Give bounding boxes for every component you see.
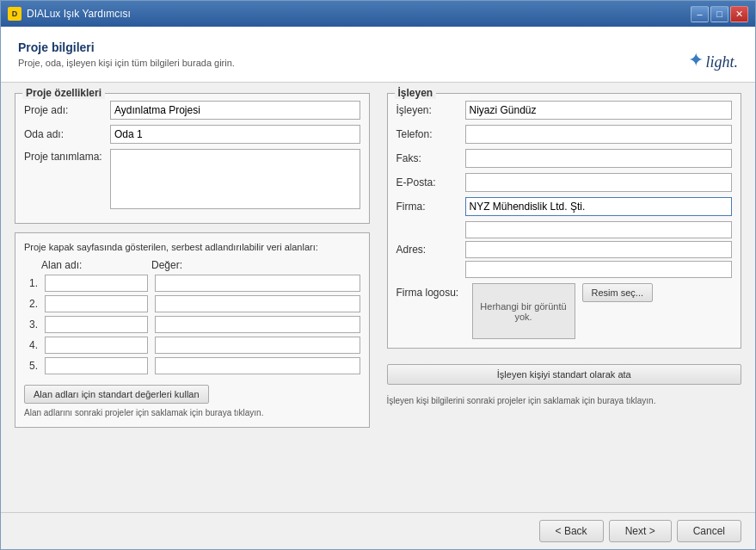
std-values-button[interactable]: Alan adları için standart değerleri kull… (24, 385, 209, 404)
close-button[interactable]: ✕ (730, 6, 748, 22)
fields-headers: Alan adı: Değer: (24, 259, 360, 271)
isleyen-group: İşleyen İşleyen: Telefon: Faks: E-Posta: (387, 93, 742, 349)
footer: < Back Next > Cancel (1, 512, 755, 549)
field-num-5: 5. (24, 360, 38, 372)
isleyen-row: İşleyen: (396, 101, 733, 120)
field-num-1: 1. (24, 277, 38, 289)
field-row-4: 4. (24, 337, 360, 354)
deger-header: Değer: (151, 259, 360, 271)
field-row-5: 5. (24, 357, 360, 374)
proje-adi-row: Proje adı: (24, 101, 360, 120)
right-panel: İşleyen İşleyen: Telefon: Faks: E-Posta: (387, 93, 742, 502)
adres-input-3[interactable] (465, 261, 733, 278)
field-value-2[interactable] (155, 295, 360, 312)
field-name-3[interactable] (45, 316, 148, 333)
back-button[interactable]: < Back (539, 520, 604, 542)
field-value-3[interactable] (155, 316, 360, 333)
eposta-input[interactable] (465, 173, 733, 192)
telefon-input[interactable] (465, 125, 733, 144)
isleyen-input[interactable] (465, 101, 733, 120)
logo-star-icon: ✦ (688, 49, 704, 71)
proje-adi-input[interactable] (110, 101, 360, 120)
titlebar-controls: – □ ✕ (691, 6, 748, 22)
titlebar: D DIALux Işık Yardımcısı – □ ✕ (1, 1, 755, 27)
content-area: Proje özellikleri Proje adı: Oda adı: Pr… (1, 83, 755, 512)
faks-input[interactable] (465, 149, 733, 168)
firma-input[interactable] (465, 197, 733, 216)
eposta-label: E-Posta: (396, 176, 465, 188)
page-subtitle: Proje, oda, işleyen kişi için tüm bilgil… (18, 58, 235, 68)
proje-tanimlama-label: Proje tanımlama: (24, 149, 110, 209)
app-icon: D (8, 7, 22, 21)
adres-inputs (465, 221, 733, 278)
isleyen-group-title: İşleyen (395, 87, 437, 99)
proje-tanimlama-textarea[interactable] (110, 149, 360, 209)
isleyen-label: İşleyen: (396, 104, 465, 116)
titlebar-left: D DIALux Işık Yardımcısı (8, 7, 131, 21)
project-group-title: Proje özellikleri (22, 87, 105, 99)
logo-section: Firma logosu: Herhangi bir görüntü yok. … (396, 283, 733, 339)
firma-logosu-label: Firma logosu: (396, 283, 465, 299)
field-row-3: 3. (24, 316, 360, 333)
field-value-1[interactable] (155, 275, 360, 292)
firma-label: Firma: (396, 201, 465, 213)
eposta-row: E-Posta: (396, 173, 733, 192)
right-save-note: İşleyen kişi bilgilerini sonraki projele… (387, 395, 742, 406)
adres-label: Adres: (396, 244, 465, 256)
adres-input-1[interactable] (465, 221, 733, 238)
field-value-4[interactable] (155, 337, 360, 354)
faks-label: Faks: (396, 152, 465, 164)
oda-adi-label: Oda adı: (24, 128, 110, 140)
left-panel: Proje özellikleri Proje adı: Oda adı: Pr… (15, 93, 370, 502)
header-text: Proje bilgileri Proje, oda, işleyen kişi… (18, 40, 235, 68)
field-name-4[interactable] (45, 337, 148, 354)
field-row-1: 1. (24, 275, 360, 292)
telefon-row: Telefon: (396, 125, 733, 144)
telefon-label: Telefon: (396, 128, 465, 140)
resim-sec-button[interactable]: Resim seç... (582, 283, 654, 302)
project-properties-group: Proje özellikleri Proje adı: Oda adı: Pr… (15, 93, 370, 224)
adres-row: Adres: (396, 221, 733, 278)
field-num-2: 2. (24, 298, 38, 310)
logo-preview-text: Herhangi bir görüntü yok. (473, 301, 575, 322)
faks-row: Faks: (396, 149, 733, 168)
field-name-1[interactable] (45, 275, 148, 292)
cancel-button[interactable]: Cancel (677, 520, 741, 542)
field-num-3: 3. (24, 318, 38, 331)
window-title: DIALux Işık Yardımcısı (27, 8, 131, 20)
header-logo: ✦ light. (678, 37, 738, 71)
main-window: D DIALux Işık Yardımcısı – □ ✕ Proje bil… (0, 0, 756, 550)
logo-text: light. (705, 53, 738, 71)
alan-adi-header: Alan adı: (41, 259, 144, 271)
page-title: Proje bilgileri (18, 40, 235, 54)
maximize-button[interactable]: □ (710, 6, 728, 22)
field-row-2: 2. (24, 295, 360, 312)
adres-input-2[interactable] (465, 241, 733, 258)
oda-adi-row: Oda adı: (24, 125, 360, 144)
oda-adi-input[interactable] (110, 125, 360, 144)
next-button[interactable]: Next > (609, 520, 672, 542)
field-num-4: 4. (24, 339, 38, 351)
fields-description: Proje kapak sayfasında gösterilen, serbe… (24, 242, 360, 252)
field-name-5[interactable] (45, 357, 148, 374)
fields-save-note: Alan adlarını sonraki projeler için sakl… (24, 407, 360, 418)
field-name-2[interactable] (45, 295, 148, 312)
set-default-button[interactable]: İşleyen kişiyi standart olarak ata (387, 364, 742, 385)
minimize-button[interactable]: – (691, 6, 709, 22)
logo-preview: Herhangi bir görüntü yok. (472, 283, 575, 339)
proje-adi-label: Proje adı: (24, 104, 110, 116)
header-area: Proje bilgileri Proje, oda, işleyen kişi… (1, 27, 755, 83)
field-value-5[interactable] (155, 357, 360, 374)
custom-fields-section: Proje kapak sayfasında gösterilen, serbe… (15, 232, 370, 428)
firma-row: Firma: (396, 197, 733, 216)
proje-tanimlama-row: Proje tanımlama: (24, 149, 360, 209)
